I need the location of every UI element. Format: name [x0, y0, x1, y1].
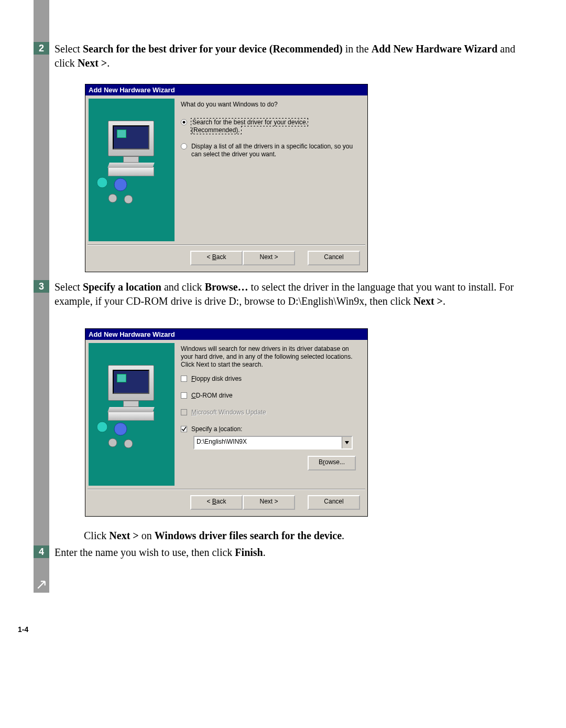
svg-point-1: [114, 178, 127, 191]
svg-point-0: [97, 177, 107, 188]
checkbox-label: Microsoft Windows Update: [191, 409, 358, 416]
radio-search-best[interactable]: Search for the best driver for your devi…: [181, 119, 358, 134]
gears-icon: [92, 417, 155, 454]
wizard-dialog-search: Add New Hardware Wizard What do you want…: [85, 84, 368, 272]
svg-rect-12: [181, 393, 187, 399]
continue-arrow-icon: [37, 580, 46, 590]
checkbox-floppy[interactable]: Floppy disk drives: [181, 375, 358, 383]
combo-dropdown-button[interactable]: [342, 437, 352, 448]
checkbox-specify-location[interactable]: Specify a location:: [181, 425, 358, 434]
location-combo[interactable]: D:\English\WIN9X: [193, 436, 353, 449]
checkbox-empty-icon: [181, 376, 187, 382]
back-button[interactable]: < Back: [190, 251, 243, 265]
svg-point-9: [108, 438, 117, 447]
next-button[interactable]: Next >: [243, 251, 295, 265]
radio-label: Display a list of all the drivers in a s…: [191, 143, 358, 158]
step-4-text: Enter the name you wish to use, then cli…: [55, 545, 529, 560]
radio-selected-icon: [181, 119, 187, 125]
radio-label: Search for the best driver for your devi…: [192, 119, 308, 126]
svg-point-3: [124, 195, 133, 204]
svg-rect-11: [181, 376, 187, 382]
step-4-badge: 4: [34, 545, 49, 558]
radio-unselected-icon: [181, 143, 187, 149]
next-button[interactable]: Next >: [243, 495, 295, 510]
checkbox-disabled-icon: [181, 409, 187, 415]
svg-point-7: [97, 422, 107, 432]
intro-text: Windows will search for new drivers in i…: [181, 345, 358, 369]
location-path[interactable]: D:\English\WIN9X: [194, 437, 342, 448]
wizard-title: Add New Hardware Wizard: [85, 84, 367, 95]
left-gutter: [34, 0, 49, 593]
step-2-badge: 2: [34, 42, 49, 55]
checkbox-cdrom[interactable]: CD-ROM drive: [181, 392, 358, 400]
checkbox-label: Specify a location:: [191, 425, 358, 433]
wizard-title: Add New Hardware Wizard: [85, 329, 367, 340]
wizard-graphic: [89, 99, 175, 241]
svg-point-5: [183, 121, 186, 124]
wizard-graphic: [89, 343, 175, 486]
cancel-button[interactable]: Cancel: [308, 495, 360, 510]
checkbox-checked-icon: [181, 426, 187, 432]
monitor-icon: [102, 365, 160, 421]
svg-point-8: [114, 423, 127, 435]
checkbox-empty-icon: [181, 392, 187, 399]
svg-point-10: [124, 440, 133, 448]
page-number: 1-4: [18, 625, 28, 634]
monitor-icon: [102, 121, 160, 176]
step-3-text: Select Specify a location and click Brow…: [55, 280, 529, 308]
svg-point-2: [108, 194, 117, 202]
browse-button[interactable]: Browse...: [308, 456, 356, 470]
checkbox-ms-update: Microsoft Windows Update: [181, 409, 358, 417]
radio-display-list[interactable]: Display a list of all the drivers in a s…: [181, 143, 358, 158]
svg-rect-13: [181, 410, 187, 415]
cancel-button[interactable]: Cancel: [308, 251, 360, 265]
checkbox-label: Floppy disk drives: [191, 375, 358, 383]
chevron-down-icon: [345, 441, 349, 444]
svg-point-6: [181, 144, 187, 149]
back-button[interactable]: < Back: [190, 495, 243, 510]
gears-icon: [92, 173, 155, 210]
step-2-text: Select Search for the best driver for yo…: [55, 42, 529, 70]
prompt-text: What do you want Windows to do?: [181, 101, 358, 108]
step-3-badge: 3: [34, 280, 49, 293]
step-3b-text: Click Next > on Windows driver files sea…: [84, 529, 529, 543]
wizard-dialog-location: Add New Hardware Wizard Windows will sea…: [85, 328, 368, 517]
checkbox-label: CD-ROM drive: [191, 392, 358, 400]
